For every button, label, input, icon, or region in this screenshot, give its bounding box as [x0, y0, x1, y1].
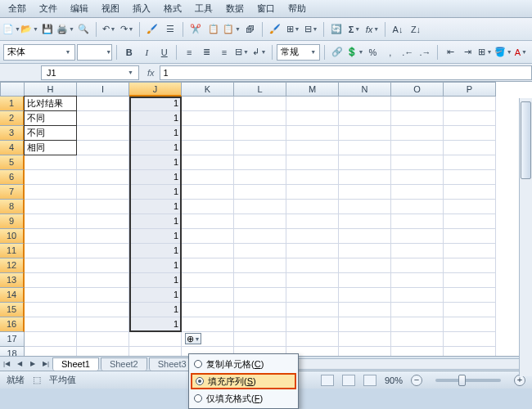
cell[interactable] — [182, 214, 234, 229]
refresh-icon[interactable]: 🔄 — [328, 21, 345, 38]
cell[interactable] — [339, 229, 391, 244]
cell[interactable] — [77, 347, 129, 356]
menu-view[interactable]: 视图 — [95, 1, 126, 16]
cell[interactable] — [234, 155, 286, 170]
undo-button[interactable]: ↶▼ — [101, 21, 117, 38]
cell[interactable] — [339, 155, 391, 170]
cell[interactable] — [77, 258, 129, 273]
cell[interactable] — [182, 141, 234, 155]
cell[interactable] — [182, 185, 234, 200]
cell[interactable] — [25, 273, 77, 288]
cell[interactable] — [182, 317, 234, 332]
cell[interactable]: 不同 — [24, 125, 77, 141]
cell[interactable] — [391, 303, 444, 317]
cell[interactable]: 1 — [129, 303, 182, 317]
cell[interactable] — [25, 200, 77, 214]
sheet-tab[interactable]: Sheet1 — [52, 357, 99, 371]
col-header[interactable]: P — [444, 82, 496, 97]
cell[interactable] — [25, 303, 77, 317]
menu-format[interactable]: 格式 — [157, 1, 188, 16]
function-button[interactable]: fx▼ — [364, 21, 381, 38]
save-button[interactable]: 💾 — [39, 21, 56, 38]
menu-data[interactable]: 数据 — [219, 1, 250, 16]
row-header[interactable]: 17 — [0, 332, 25, 347]
cell[interactable] — [391, 141, 444, 155]
menu-tools[interactable]: 工具 — [188, 1, 219, 16]
cell[interactable] — [339, 244, 391, 258]
cell[interactable] — [286, 332, 339, 347]
cell[interactable] — [77, 200, 129, 214]
hyperlink-button[interactable]: 🔗 — [329, 44, 345, 61]
menu-file[interactable]: 文件 — [33, 1, 64, 16]
view-pagelayout-button[interactable] — [342, 375, 355, 386]
cell[interactable]: 1 — [129, 273, 182, 288]
cell[interactable] — [77, 244, 129, 258]
cell[interactable] — [444, 332, 496, 347]
cell[interactable] — [234, 229, 286, 244]
format-brush-icon[interactable]: 🖌️ — [267, 21, 283, 38]
row-header[interactable]: 2 — [0, 111, 25, 126]
formula-input[interactable]: 1 — [160, 65, 532, 80]
cell[interactable] — [234, 317, 286, 332]
row-header[interactable]: 1 — [0, 97, 25, 111]
cell[interactable] — [286, 126, 339, 141]
col-header-selected[interactable]: J — [129, 82, 182, 97]
row-header[interactable]: 18 — [0, 347, 25, 356]
new-button[interactable]: 📄▼ — [3, 21, 20, 38]
cell[interactable]: 1 — [129, 155, 182, 170]
cell[interactable]: 1 — [129, 229, 182, 244]
align-left-button[interactable]: ≡ — [181, 44, 196, 61]
cell[interactable] — [391, 332, 444, 347]
sort-asc-button[interactable]: A↓ — [390, 21, 406, 38]
cell[interactable] — [77, 214, 129, 229]
cell[interactable] — [286, 317, 339, 332]
cell[interactable] — [77, 170, 129, 185]
cell[interactable] — [286, 273, 339, 288]
cell[interactable] — [444, 288, 496, 303]
row-header[interactable]: 11 — [0, 244, 25, 258]
cell[interactable] — [391, 317, 444, 332]
menu-help[interactable]: 帮助 — [282, 1, 313, 16]
cell[interactable] — [182, 170, 234, 185]
cell[interactable] — [339, 258, 391, 273]
zoom-out-button[interactable]: − — [411, 375, 422, 386]
comma-button[interactable]: , — [382, 44, 398, 61]
sheet-tab[interactable]: Sheet2 — [101, 357, 147, 371]
cut-button[interactable]: ✂️ — [187, 21, 204, 38]
cell[interactable]: 1 — [129, 141, 182, 155]
cell[interactable] — [234, 258, 286, 273]
row-header[interactable]: 16 — [0, 317, 25, 332]
cell[interactable] — [234, 200, 286, 214]
row-header[interactable]: 6 — [0, 170, 25, 185]
cell[interactable] — [234, 288, 286, 303]
cell[interactable] — [391, 97, 444, 111]
align-left-icon[interactable]: ☰ — [162, 21, 178, 38]
cell[interactable] — [339, 185, 391, 200]
select-all-corner[interactable] — [0, 82, 25, 97]
zoom-level[interactable]: 90% — [385, 375, 403, 385]
cell[interactable] — [391, 244, 444, 258]
cell-grid[interactable]: 比对结果1不同1不同1相同1111111111111 — [25, 97, 496, 356]
cell[interactable] — [444, 229, 496, 244]
cell[interactable] — [182, 303, 234, 317]
cell[interactable] — [444, 155, 496, 170]
cell[interactable]: 1 — [129, 170, 182, 185]
cell[interactable] — [339, 288, 391, 303]
cell[interactable] — [339, 303, 391, 317]
cell[interactable] — [234, 126, 286, 141]
copy-button[interactable]: 📋 — [205, 21, 222, 38]
cell[interactable] — [234, 332, 286, 347]
cell[interactable] — [234, 273, 286, 288]
open-button[interactable]: 📂▼ — [21, 21, 38, 38]
cell[interactable] — [391, 111, 444, 126]
cell[interactable] — [391, 258, 444, 273]
cell[interactable] — [444, 273, 496, 288]
cell[interactable] — [77, 111, 129, 126]
cell[interactable] — [339, 214, 391, 229]
menu-edit[interactable]: 编辑 — [64, 1, 95, 16]
cell[interactable] — [286, 97, 339, 111]
cell[interactable] — [77, 332, 129, 347]
cell[interactable] — [391, 170, 444, 185]
autosum-button[interactable]: Σ▼ — [346, 21, 363, 38]
cell[interactable]: 1 — [129, 288, 182, 303]
